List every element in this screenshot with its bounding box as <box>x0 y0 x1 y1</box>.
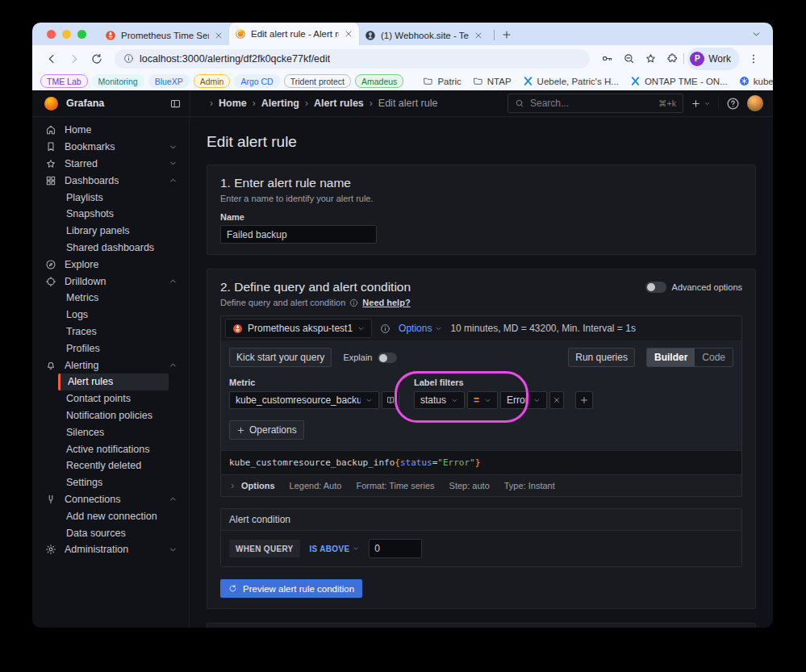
back-icon[interactable] <box>45 52 58 65</box>
sidebar-item[interactable]: Shared dashboards <box>32 240 189 257</box>
chevron-down-icon[interactable] <box>751 29 762 40</box>
bookmark-item[interactable]: kubectl Cheat She... <box>739 76 773 86</box>
bookmark-chip[interactable]: BlueXP <box>148 74 190 88</box>
breadcrumb-link[interactable]: Alerting <box>261 98 299 109</box>
bookmark-chip[interactable]: TME Lab <box>40 74 88 88</box>
breadcrumb-item: Edit alert rule <box>364 98 438 109</box>
new-menu-button[interactable] <box>691 98 711 109</box>
search-placeholder: Search... <box>530 98 653 109</box>
sidebar-item[interactable]: Drilldown <box>32 273 189 290</box>
builder-mode-tab[interactable]: Builder <box>647 349 695 366</box>
query-options-button[interactable]: Options <box>399 323 442 334</box>
filter-op-select[interactable]: = <box>467 391 498 409</box>
close-icon[interactable] <box>214 31 223 40</box>
breadcrumb-separator <box>370 98 373 109</box>
sidebar-item[interactable]: Add new connection <box>32 507 189 524</box>
need-help-link[interactable]: Need help? <box>362 298 410 307</box>
sidebar-item[interactable]: Alert rules <box>58 374 169 390</box>
bookmark-chip[interactable]: Monitoring <box>92 74 144 88</box>
browser-tab[interactable]: Prometheus Time Series Colle <box>99 25 229 45</box>
options-expander[interactable]: Options <box>229 481 275 490</box>
reload-icon[interactable] <box>90 52 103 65</box>
bookmark-chip[interactable]: Argo CD <box>234 74 279 88</box>
address-bar[interactable]: localhost:3000/alerting/df2fk0qcke77kf/e… <box>115 49 590 69</box>
bookmark-chip[interactable]: Trident protect <box>284 74 351 88</box>
close-icon[interactable] <box>344 29 353 39</box>
sidebar-item[interactable]: Playlists <box>32 189 189 206</box>
breadcrumb-link[interactable]: Edit alert rule <box>378 98 438 109</box>
profile-chip[interactable]: P Work <box>687 48 739 70</box>
add-filter-button[interactable] <box>575 391 593 409</box>
bookmark-item[interactable]: ONTAP TME - ON... <box>630 76 728 86</box>
filter-key-select[interactable]: status <box>414 391 465 409</box>
zoom-window-button[interactable] <box>77 30 86 39</box>
header-divider <box>718 97 719 110</box>
sidebar-item[interactable]: Logs <box>32 307 189 323</box>
sidebar-item[interactable]: Recently deleted <box>32 457 189 474</box>
puzzle-icon[interactable] <box>666 52 679 65</box>
info-icon[interactable] <box>123 53 134 64</box>
condition-operator: IS ABOVE <box>310 545 350 553</box>
key-icon[interactable] <box>601 52 613 65</box>
run-queries-button[interactable]: Run queries <box>568 348 635 367</box>
sidebar-item[interactable]: Data sources <box>32 524 189 541</box>
sidebar-item[interactable]: Settings <box>32 474 189 491</box>
minimize-window-button[interactable] <box>62 30 71 39</box>
sidebar-item[interactable]: Library panels <box>32 223 189 240</box>
sidebar-item[interactable]: Home <box>32 122 189 139</box>
bookmark-item[interactable]: Uebele, Patric's H... <box>523 76 619 86</box>
star-icon[interactable] <box>645 52 657 65</box>
search-input[interactable]: Search... ⌘+k <box>507 94 683 113</box>
alert-name-input[interactable] <box>220 225 377 244</box>
add-operations-button[interactable]: Operations <box>229 420 304 440</box>
breadcrumb-link[interactable]: Alert rules <box>314 98 364 109</box>
breadcrumb-link[interactable]: Home <box>219 98 247 109</box>
plus-icon[interactable] <box>501 29 512 40</box>
question-icon[interactable] <box>726 97 740 111</box>
editor-mode-switch: Builder Code <box>646 348 733 367</box>
bookmark-item[interactable]: NTAP <box>473 76 512 86</box>
metric-select[interactable]: kube_customresource_backup_info <box>229 391 379 409</box>
bookmark-chip[interactable]: Amadeus <box>355 74 403 88</box>
preview-alert-rule-button[interactable]: Preview alert rule condition <box>220 579 362 598</box>
browser-tab[interactable]: Edit alert rule - Alert rules - A <box>229 23 359 45</box>
explain-toggle[interactable] <box>378 353 397 363</box>
grafana-logo-icon[interactable] <box>44 97 58 111</box>
bookmark-chip[interactable]: Admin <box>194 74 231 88</box>
condition-operator-select[interactable]: IS ABOVE <box>310 545 360 553</box>
sidebar-item[interactable]: Dashboards <box>32 172 189 189</box>
dock-icon[interactable] <box>169 98 182 110</box>
sidebar-item[interactable]: Bookmarks <box>32 139 189 156</box>
browser-tab[interactable]: (1) Webhook.site - Test, trans <box>359 25 489 45</box>
sidebar-item[interactable]: Active notifications <box>32 440 189 457</box>
code-mode-tab[interactable]: Code <box>695 349 733 366</box>
bookmark-item[interactable]: Patric <box>423 76 461 86</box>
sidebar-item[interactable]: Connections <box>32 491 189 508</box>
close-icon[interactable] <box>474 31 483 40</box>
dots-vertical-icon[interactable] <box>747 52 760 65</box>
zoom-out-icon[interactable] <box>623 52 635 65</box>
threshold-input[interactable] <box>369 539 422 558</box>
sidebar-item[interactable]: Contact points <box>32 390 189 407</box>
user-avatar[interactable] <box>747 95 763 111</box>
grid-icon <box>45 175 56 186</box>
breadcrumb-item: Alert rules <box>299 98 364 109</box>
sidebar-item[interactable]: Traces <box>32 323 189 340</box>
sidebar-item[interactable]: Silences <box>32 424 189 440</box>
sidebar-item[interactable]: Explore <box>32 256 189 273</box>
remove-filter-button[interactable] <box>549 391 564 409</box>
forward-icon[interactable] <box>68 52 81 65</box>
kickstart-query-button[interactable]: Kick start your query <box>229 348 332 367</box>
datasource-picker[interactable]: Prometheus akspu-test1 <box>225 319 372 338</box>
filter-value-select[interactable]: Error <box>500 391 547 409</box>
close-window-button[interactable] <box>47 30 56 39</box>
sidebar-item[interactable]: Metrics <box>32 290 189 307</box>
sidebar-item[interactable]: Notification policies <box>32 407 189 424</box>
advanced-options-toggle[interactable] <box>645 282 666 293</box>
sidebar-item[interactable]: Alerting <box>32 357 189 374</box>
sidebar-item[interactable]: Snapshots <box>32 206 189 223</box>
sidebar-item[interactable]: Profiles <box>32 340 189 357</box>
sidebar-item[interactable]: Administration <box>32 541 189 558</box>
sidebar-item[interactable]: Starred <box>32 156 189 173</box>
metrics-explorer-button[interactable] <box>382 391 399 409</box>
